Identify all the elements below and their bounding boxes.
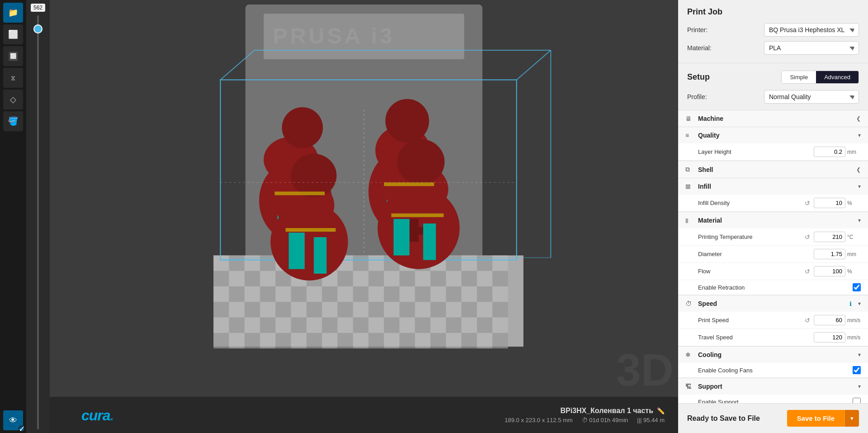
- toolbar-layer1-btn[interactable]: ⬜: [3, 24, 23, 44]
- save-to-file-dropdown-btn[interactable]: ▾: [844, 410, 859, 427]
- printer-select[interactable]: BQ Prusa i3 Hephestos XL: [764, 23, 859, 37]
- machine-group-header[interactable]: 🖥 Machine ❮: [678, 110, 868, 127]
- infill-chevron: ▾: [858, 183, 861, 190]
- svg-rect-59: [462, 286, 477, 302]
- svg-rect-99: [492, 318, 508, 333]
- quality-chevron: ▾: [858, 132, 861, 138]
- layer-height-unit: mm: [847, 149, 861, 155]
- profile-row: Profile: Normal Quality: [687, 90, 859, 104]
- svg-rect-93: [400, 318, 415, 333]
- travel-speed-input[interactable]: [814, 332, 845, 343]
- layer-slider-track[interactable]: [37, 15, 39, 429]
- svg-rect-76: [430, 302, 446, 317]
- enable-cooling-fans-row: Enable Cooling Fans: [678, 363, 868, 378]
- material-select[interactable]: PLA: [764, 41, 859, 55]
- print-speed-unit: mm/s: [847, 317, 861, 324]
- edit-model-name-icon[interactable]: ✏️: [657, 407, 665, 414]
- print-speed-label: Print Speed: [698, 317, 803, 324]
- layer-height-input[interactable]: [814, 147, 845, 157]
- diameter-input[interactable]: [814, 249, 845, 259]
- travel-speed-row: Travel Speed mm/s: [678, 329, 868, 346]
- svg-rect-98: [477, 318, 492, 333]
- print-job-title: Print Job: [687, 7, 859, 17]
- quality-group-header[interactable]: ≡ Quality ▾: [678, 127, 868, 143]
- svg-rect-73: [384, 302, 399, 317]
- action-bar: Ready to Save to File Save to File ▾: [678, 403, 868, 433]
- svg-rect-27: [260, 271, 275, 286]
- svg-rect-77: [446, 302, 461, 317]
- material-icon: |||: [685, 218, 694, 223]
- toolbar-settings-btn[interactable]: 🪣: [3, 111, 23, 131]
- cooling-group-header[interactable]: ❄ Cooling ▾: [678, 347, 868, 363]
- svg-rect-45: [245, 286, 260, 302]
- svg-rect-54: [384, 286, 399, 302]
- flow-reset-btn[interactable]: ↺: [803, 268, 812, 275]
- svg-rect-117: [477, 333, 492, 348]
- eye-button[interactable]: 👁 ✓: [3, 410, 23, 430]
- flow-label: Flow: [698, 268, 803, 275]
- infill-density-input[interactable]: [814, 198, 845, 208]
- profile-select[interactable]: Normal Quality: [764, 90, 859, 104]
- svg-rect-35: [384, 271, 399, 286]
- cura-logo: cura.: [81, 407, 113, 424]
- settings-group-material: ||| Material ▾ Printing Temperature ↺ °C…: [678, 212, 868, 295]
- flow-input[interactable]: [814, 266, 845, 276]
- infill-density-reset-btn[interactable]: ↺: [803, 200, 812, 207]
- speed-group-header[interactable]: ⏱ Speed ℹ ▾: [678, 295, 868, 312]
- speed-chevron: ▾: [858, 300, 861, 307]
- status-text: Ready to Save to File: [687, 414, 760, 423]
- toolbar-scale-btn[interactable]: ⧖: [3, 68, 23, 88]
- toolbar-folder-btn[interactable]: 📁: [3, 3, 23, 23]
- print-speed-input[interactable]: [814, 315, 845, 325]
- svg-rect-88: [322, 318, 337, 333]
- svg-rect-115: [446, 333, 461, 348]
- material-group-header[interactable]: ||| Material ▾: [678, 212, 868, 228]
- bottom-info-bar: BPi3HX_Коленвал 1 часть ✏️ 189.0 x 223.0…: [50, 397, 678, 433]
- viewport[interactable]: PRUSA i3 /* checkerboard drawn via SVG r…: [50, 0, 678, 433]
- svg-rect-87: [307, 318, 322, 333]
- svg-rect-43: [213, 286, 229, 302]
- printing-temp-label: Printing Temperature: [698, 233, 803, 240]
- svg-rect-24: [213, 271, 229, 286]
- model-stats: 189.0 x 223.0 x 112.5 mm ⏱ 01d 01h 49min…: [505, 417, 665, 423]
- layer-slider-thumb[interactable]: [33, 24, 42, 33]
- svg-rect-80: [492, 302, 508, 317]
- simple-toggle-btn[interactable]: Simple: [782, 71, 816, 83]
- svg-rect-46: [260, 286, 275, 302]
- svg-rect-90: [353, 318, 368, 333]
- svg-rect-36: [400, 271, 415, 286]
- svg-rect-75: [415, 302, 430, 317]
- enable-cooling-fans-input-group: [853, 366, 861, 374]
- infill-density-row: Infill Density ↺ %: [678, 195, 868, 212]
- shell-chevron: ❮: [856, 167, 861, 173]
- enable-retraction-checkbox[interactable]: [853, 283, 861, 291]
- enable-cooling-fans-checkbox[interactable]: [853, 366, 861, 374]
- svg-rect-83: [245, 318, 260, 333]
- svg-rect-140: [314, 237, 326, 274]
- svg-rect-44: [229, 286, 245, 302]
- setup-toggle-group: Simple Advanced: [781, 71, 859, 84]
- print-speed-reset-btn[interactable]: ↺: [803, 317, 812, 324]
- speed-group-label: Speed: [698, 300, 846, 307]
- advanced-toggle-btn[interactable]: Advanced: [816, 71, 859, 83]
- svg-rect-65: [260, 302, 275, 317]
- enable-support-checkbox[interactable]: [853, 398, 861, 403]
- svg-rect-67: [291, 302, 307, 317]
- svg-rect-104: [275, 333, 291, 348]
- save-to-file-button[interactable]: Save to File: [787, 410, 844, 427]
- toolbar-layer2-btn[interactable]: 🔲: [3, 46, 23, 66]
- speed-info-icon[interactable]: ℹ: [849, 300, 852, 307]
- shell-group-header[interactable]: ⧉ Shell ❮: [678, 161, 868, 178]
- svg-rect-63: [229, 302, 245, 317]
- infill-group-header[interactable]: ⊠ Infill ▾: [678, 178, 868, 195]
- printing-temp-reset-btn[interactable]: ↺: [803, 233, 812, 241]
- print-speed-row: Print Speed ↺ mm/s: [678, 312, 868, 329]
- support-group-header[interactable]: 🏗 Support ▾: [678, 378, 868, 395]
- svg-rect-37: [415, 271, 430, 286]
- svg-rect-84: [260, 318, 275, 333]
- printing-temp-input[interactable]: [814, 232, 845, 242]
- enable-retraction-label: Enable Retraction: [698, 284, 853, 291]
- enable-support-input-group: [853, 398, 861, 403]
- material-chevron: ▾: [858, 217, 861, 224]
- toolbar-mirror-btn[interactable]: ◇: [3, 90, 23, 109]
